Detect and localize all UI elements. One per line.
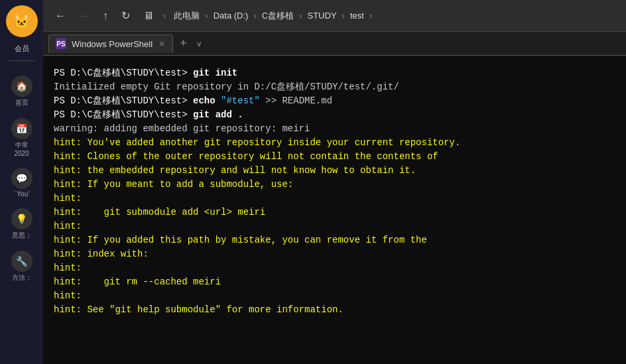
breadcrumb-sep-4: ›	[342, 11, 345, 21]
term-line-18: hint: See "git help submodule" for more …	[54, 303, 615, 317]
term-line-13: hint: If you added this path by mistake,…	[54, 233, 615, 247]
term-hint-9: hint: index with:	[54, 249, 149, 259]
back-button[interactable]: ←	[51, 7, 70, 25]
method-icon: 🔧	[11, 251, 32, 272]
term-line-11: hint: git submodule add <url> meiri	[54, 206, 615, 219]
up-button[interactable]: ↑	[99, 7, 112, 25]
breadcrumb-sep-1: ›	[205, 11, 208, 21]
sidebar-divider	[9, 60, 35, 61]
term-line-17: hint:	[54, 289, 615, 303]
sidebar: 🐱 会员 🏠 首页 📅 中常2020 💬 ' You' 💡 意思： 🔧 方法：	[0, 0, 43, 364]
tab-bar: PS Windows PowerShell × + ∨	[43, 32, 626, 56]
breadcrumb-sep-2: ›	[253, 11, 256, 21]
sidebar-home-label: 首页	[15, 98, 29, 107]
nav-bar: ← → ↑ ↻ 🖥 › 此电脑 › Data (D:) › C盘移植 › STU…	[43, 0, 626, 32]
term-cmd-2: echo	[193, 95, 221, 106]
tab-close-button[interactable]: ×	[158, 38, 166, 49]
sidebar-item-meaning[interactable]: 💡 意思：	[5, 206, 39, 243]
sidebar-meaning-label: 意思：	[12, 231, 32, 240]
term-prompt-1: PS D:\C盘移植\STUDY\test>	[54, 68, 193, 78]
breadcrumb-cmove[interactable]: C盘移植	[259, 9, 296, 23]
breadcrumb-study[interactable]: STUDY	[305, 9, 340, 22]
term-prompt-3: PS D:\C盘移植\STUDY\test>	[54, 109, 193, 120]
term-hint-8: hint: If you added this path by mistake,…	[54, 235, 427, 245]
term-line-16: hint: git rm --cached meiri	[54, 275, 615, 289]
term-hint-7: hint:	[54, 221, 82, 231]
breadcrumb-sep-5: ›	[369, 11, 372, 21]
avatar: 🐱	[6, 5, 38, 37]
home-icon: 🏠	[11, 76, 32, 97]
breadcrumb-sep-3: ›	[299, 11, 302, 21]
sidebar-item-home[interactable]: 🏠 首页	[5, 73, 39, 110]
term-line-3: PS D:\C盘移植\STUDY\test> echo "#test" >> R…	[54, 94, 615, 108]
sidebar-method-label: 方法：	[12, 273, 32, 282]
term-output-1: Initialized empty Git repository in D:/C…	[54, 82, 399, 92]
term-hint-5: hint:	[54, 193, 82, 204]
term-warning-1: warning: adding embedded git repository:…	[54, 123, 310, 134]
term-prompt-2: PS D:\C盘移植\STUDY\test>	[54, 95, 193, 106]
powershell-tab[interactable]: PS Windows PowerShell ×	[48, 34, 173, 53]
sidebar-item-calendar[interactable]: 📅 中常2020	[5, 115, 39, 160]
breadcrumb-sep-0: ›	[163, 11, 166, 21]
term-normal-1: >> README.md	[260, 95, 332, 106]
sidebar-calendar-label: 中常2020	[14, 141, 29, 157]
member-label: 会员	[15, 44, 29, 54]
term-line-9: hint: If you meant to add a submodule, u…	[54, 178, 615, 192]
breadcrumb: 此电脑 › Data (D:) › C盘移植 › STUDY › test ›	[171, 9, 618, 23]
term-hint-13: hint: See "git help submodule" for more …	[54, 304, 344, 315]
main-content: ← → ↑ ↻ 🖥 › 此电脑 › Data (D:) › C盘移植 › STU…	[43, 0, 626, 364]
term-line-12: hint:	[54, 219, 615, 233]
term-hint-6: hint: git submodule add <url> meiri	[54, 207, 265, 217]
term-string-1: "#test"	[221, 95, 260, 106]
forward-button[interactable]: →	[75, 7, 94, 25]
term-hint-1: hint: You've added another git repositor…	[54, 137, 460, 148]
term-hint-4: hint: If you meant to add a submodule, u…	[54, 179, 293, 190]
term-line-1: PS D:\C盘移植\STUDY\test> git init	[54, 66, 615, 80]
term-hint-3: hint: the embedded repository and will n…	[54, 165, 416, 176]
term-line-6: hint: You've added another git repositor…	[54, 136, 615, 150]
refresh-button[interactable]: ↻	[117, 7, 134, 25]
sidebar-nav: 🏠 首页 📅 中常2020 💬 ' You' 💡 意思： 🔧 方法：	[5, 68, 39, 290]
term-hint-12: hint:	[54, 290, 82, 301]
sidebar-chat-label: ' You'	[14, 190, 29, 198]
term-line-14: hint: index with:	[54, 247, 615, 261]
term-line-5: warning: adding embedded git repository:…	[54, 122, 615, 136]
term-cmd-3: git add .	[193, 109, 243, 120]
tab-title: Windows PowerShell	[72, 39, 153, 49]
term-hint-10: hint:	[54, 263, 82, 273]
term-line-2: Initialized empty Git repository in D:/C…	[54, 80, 615, 94]
calendar-icon: 📅	[11, 118, 32, 139]
breadcrumb-data[interactable]: Data (D:)	[211, 9, 251, 22]
term-line-8: hint: the embedded repository and will n…	[54, 164, 615, 178]
term-hint-11: hint: git rm --cached meiri	[54, 276, 221, 287]
view-button[interactable]: 🖥	[139, 7, 158, 25]
term-line-4: PS D:\C盘移植\STUDY\test> git add .	[54, 108, 615, 122]
term-line-7: hint: Clones of the outer repository wil…	[54, 150, 615, 164]
new-tab-button[interactable]: +	[176, 35, 191, 52]
meaning-icon: 💡	[11, 208, 32, 229]
powershell-icon: PS	[56, 38, 66, 49]
chat-icon: 💬	[11, 168, 32, 189]
sidebar-item-chat[interactable]: 💬 ' You'	[5, 165, 39, 200]
breadcrumb-test[interactable]: test	[347, 9, 367, 22]
tab-dropdown-button[interactable]: ∨	[194, 38, 205, 50]
sidebar-item-method[interactable]: 🔧 方法：	[5, 248, 39, 285]
term-line-10: hint:	[54, 192, 615, 206]
term-hint-2: hint: Clones of the outer repository wil…	[54, 151, 438, 162]
terminal[interactable]: PS D:\C盘移植\STUDY\test> git init Initiali…	[43, 56, 626, 364]
term-cmd-1: git init	[193, 68, 237, 78]
term-line-15: hint:	[54, 261, 615, 275]
breadcrumb-pc[interactable]: 此电脑	[171, 9, 202, 23]
